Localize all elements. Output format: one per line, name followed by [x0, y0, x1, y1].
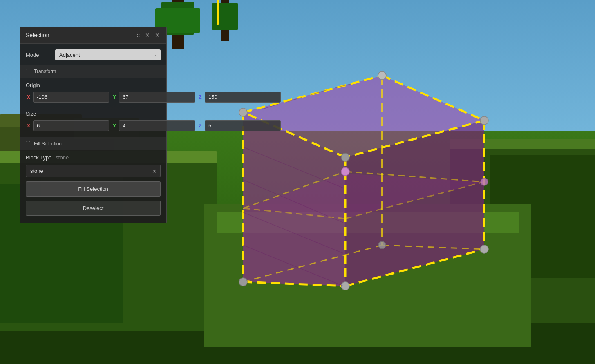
origin-y-input[interactable]: [119, 92, 195, 103]
origin-z-group: Z: [197, 92, 281, 103]
z-axis-label: Z: [197, 94, 203, 100]
size-z-group: Z: [197, 120, 281, 131]
svg-rect-68: [217, 0, 219, 25]
size-x-group: X: [26, 120, 109, 131]
size-z-axis-label: Z: [197, 123, 203, 129]
panel-header: Selection ⠿ ✕ ✕: [20, 27, 166, 44]
close-icon[interactable]: ✕: [154, 31, 161, 39]
fill-selection-section-header: ⌒ Fill Selection: [20, 137, 166, 150]
origin-z-input[interactable]: [205, 92, 281, 103]
size-label: Size: [26, 111, 161, 117]
size-y-group: Y: [112, 120, 195, 131]
fill-selection-icon: ⌒: [26, 140, 31, 147]
size-x-input[interactable]: [33, 120, 109, 131]
block-input-clear-button[interactable]: ✕: [149, 166, 160, 176]
drag-icon[interactable]: ⠿: [135, 31, 141, 39]
y-axis-label: Y: [112, 94, 117, 100]
size-fields-row: X Y Z: [26, 120, 161, 131]
origin-group: Origin X Y Z: [20, 78, 166, 107]
svg-point-58: [341, 167, 349, 176]
size-x-axis-label: X: [26, 123, 31, 129]
svg-point-57: [378, 241, 386, 249]
x-axis-label: X: [26, 94, 31, 100]
size-y-input[interactable]: [119, 120, 195, 131]
mode-select-dropdown[interactable]: Adjacent ⌄: [55, 49, 161, 60]
svg-rect-9: [212, 3, 238, 30]
origin-fields-row: X Y Z: [26, 92, 161, 103]
mode-select-value: Adjacent: [59, 52, 80, 58]
transform-label: Transform: [34, 69, 56, 74]
chevron-down-icon: ⌄: [153, 52, 157, 58]
selection-panel: Selection ⠿ ✕ ✕ Mode Adjacent ⌄ ⌒ Transf…: [20, 27, 167, 223]
transform-section-header: ⌒ Transform: [20, 65, 166, 78]
panel-title: Selection: [26, 32, 49, 38]
mode-label: Mode: [26, 52, 50, 58]
block-input-container: ✕: [26, 165, 161, 177]
transform-icon: ⌒: [26, 68, 31, 75]
fill-selection-button[interactable]: Fill Selection: [26, 181, 161, 197]
mode-row: Mode Adjacent ⌄: [20, 44, 166, 65]
origin-x-input[interactable]: [33, 92, 109, 103]
svg-point-52: [480, 116, 488, 125]
svg-point-59: [481, 178, 488, 185]
size-z-input[interactable]: [205, 120, 281, 131]
svg-marker-33: [243, 208, 345, 286]
origin-label: Origin: [26, 82, 161, 88]
pin-icon[interactable]: ✕: [144, 31, 151, 39]
svg-point-51: [378, 71, 386, 80]
origin-x-group: X: [26, 92, 109, 103]
deselect-button[interactable]: Deselect: [26, 201, 161, 216]
size-group: Size X Y Z: [20, 107, 166, 135]
block-type-row: Block Type stone: [20, 150, 166, 163]
block-type-label: Block Type: [26, 154, 51, 161]
svg-point-55: [341, 282, 349, 290]
svg-point-50: [239, 108, 247, 116]
fill-selection-header-label: Fill Selection: [34, 141, 62, 147]
svg-point-56: [480, 245, 488, 253]
block-type-input[interactable]: [26, 165, 149, 177]
origin-y-group: Y: [112, 92, 195, 103]
svg-point-53: [341, 153, 349, 161]
panel-header-icons: ⠿ ✕ ✕: [135, 31, 161, 39]
block-type-placeholder: stone: [56, 154, 69, 161]
size-y-axis-label: Y: [112, 123, 117, 129]
svg-point-54: [239, 278, 247, 286]
